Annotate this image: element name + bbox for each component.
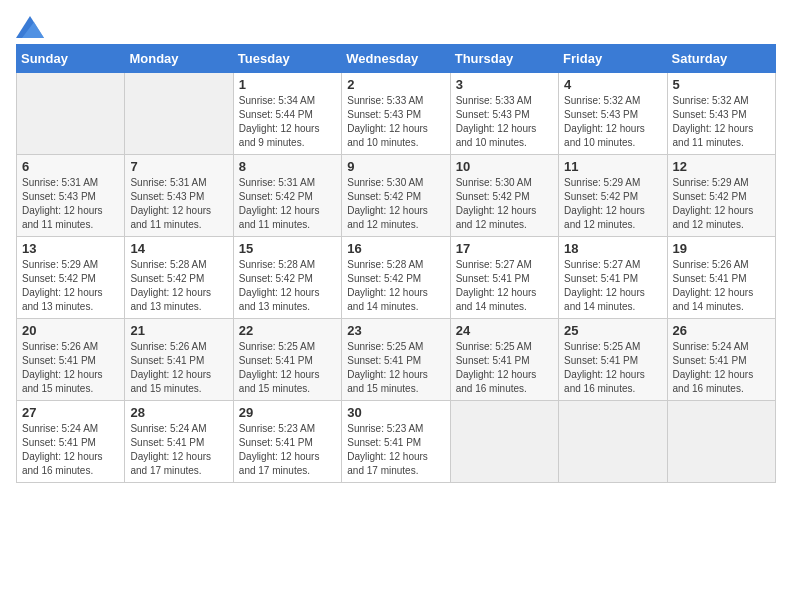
calendar-cell: 13Sunrise: 5:29 AM Sunset: 5:42 PM Dayli… xyxy=(17,237,125,319)
calendar-cell: 5Sunrise: 5:32 AM Sunset: 5:43 PM Daylig… xyxy=(667,73,775,155)
day-number: 5 xyxy=(673,77,770,92)
calendar-cell: 18Sunrise: 5:27 AM Sunset: 5:41 PM Dayli… xyxy=(559,237,667,319)
col-header-friday: Friday xyxy=(559,45,667,73)
day-number: 18 xyxy=(564,241,661,256)
calendar-cell: 3Sunrise: 5:33 AM Sunset: 5:43 PM Daylig… xyxy=(450,73,558,155)
calendar-cell: 10Sunrise: 5:30 AM Sunset: 5:42 PM Dayli… xyxy=(450,155,558,237)
calendar-cell: 22Sunrise: 5:25 AM Sunset: 5:41 PM Dayli… xyxy=(233,319,341,401)
day-number: 23 xyxy=(347,323,444,338)
calendar-cell: 12Sunrise: 5:29 AM Sunset: 5:42 PM Dayli… xyxy=(667,155,775,237)
calendar-table: SundayMondayTuesdayWednesdayThursdayFrid… xyxy=(16,44,776,483)
col-header-sunday: Sunday xyxy=(17,45,125,73)
header xyxy=(16,16,776,38)
day-info: Sunrise: 5:28 AM Sunset: 5:42 PM Dayligh… xyxy=(239,258,336,314)
calendar-cell: 29Sunrise: 5:23 AM Sunset: 5:41 PM Dayli… xyxy=(233,401,341,483)
day-info: Sunrise: 5:24 AM Sunset: 5:41 PM Dayligh… xyxy=(130,422,227,478)
col-header-monday: Monday xyxy=(125,45,233,73)
day-number: 26 xyxy=(673,323,770,338)
day-info: Sunrise: 5:31 AM Sunset: 5:43 PM Dayligh… xyxy=(130,176,227,232)
calendar-cell xyxy=(559,401,667,483)
calendar-cell: 21Sunrise: 5:26 AM Sunset: 5:41 PM Dayli… xyxy=(125,319,233,401)
day-number: 28 xyxy=(130,405,227,420)
day-number: 27 xyxy=(22,405,119,420)
calendar-cell: 1Sunrise: 5:34 AM Sunset: 5:44 PM Daylig… xyxy=(233,73,341,155)
calendar-cell: 4Sunrise: 5:32 AM Sunset: 5:43 PM Daylig… xyxy=(559,73,667,155)
day-number: 13 xyxy=(22,241,119,256)
day-info: Sunrise: 5:23 AM Sunset: 5:41 PM Dayligh… xyxy=(347,422,444,478)
week-row-3: 13Sunrise: 5:29 AM Sunset: 5:42 PM Dayli… xyxy=(17,237,776,319)
day-number: 25 xyxy=(564,323,661,338)
calendar-cell: 25Sunrise: 5:25 AM Sunset: 5:41 PM Dayli… xyxy=(559,319,667,401)
day-number: 10 xyxy=(456,159,553,174)
day-number: 29 xyxy=(239,405,336,420)
day-info: Sunrise: 5:26 AM Sunset: 5:41 PM Dayligh… xyxy=(22,340,119,396)
day-number: 17 xyxy=(456,241,553,256)
day-info: Sunrise: 5:30 AM Sunset: 5:42 PM Dayligh… xyxy=(456,176,553,232)
calendar-cell: 6Sunrise: 5:31 AM Sunset: 5:43 PM Daylig… xyxy=(17,155,125,237)
day-number: 24 xyxy=(456,323,553,338)
day-info: Sunrise: 5:25 AM Sunset: 5:41 PM Dayligh… xyxy=(564,340,661,396)
day-info: Sunrise: 5:26 AM Sunset: 5:41 PM Dayligh… xyxy=(673,258,770,314)
day-number: 19 xyxy=(673,241,770,256)
day-info: Sunrise: 5:27 AM Sunset: 5:41 PM Dayligh… xyxy=(564,258,661,314)
calendar-cell: 11Sunrise: 5:29 AM Sunset: 5:42 PM Dayli… xyxy=(559,155,667,237)
day-info: Sunrise: 5:29 AM Sunset: 5:42 PM Dayligh… xyxy=(22,258,119,314)
calendar-cell: 27Sunrise: 5:24 AM Sunset: 5:41 PM Dayli… xyxy=(17,401,125,483)
week-row-1: 1Sunrise: 5:34 AM Sunset: 5:44 PM Daylig… xyxy=(17,73,776,155)
calendar-cell: 28Sunrise: 5:24 AM Sunset: 5:41 PM Dayli… xyxy=(125,401,233,483)
calendar-cell: 24Sunrise: 5:25 AM Sunset: 5:41 PM Dayli… xyxy=(450,319,558,401)
day-info: Sunrise: 5:33 AM Sunset: 5:43 PM Dayligh… xyxy=(456,94,553,150)
day-info: Sunrise: 5:32 AM Sunset: 5:43 PM Dayligh… xyxy=(673,94,770,150)
day-info: Sunrise: 5:28 AM Sunset: 5:42 PM Dayligh… xyxy=(130,258,227,314)
calendar-cell: 9Sunrise: 5:30 AM Sunset: 5:42 PM Daylig… xyxy=(342,155,450,237)
calendar-cell xyxy=(450,401,558,483)
day-info: Sunrise: 5:33 AM Sunset: 5:43 PM Dayligh… xyxy=(347,94,444,150)
logo-icon xyxy=(16,16,44,38)
calendar-cell: 16Sunrise: 5:28 AM Sunset: 5:42 PM Dayli… xyxy=(342,237,450,319)
day-number: 20 xyxy=(22,323,119,338)
calendar-cell: 14Sunrise: 5:28 AM Sunset: 5:42 PM Dayli… xyxy=(125,237,233,319)
day-number: 21 xyxy=(130,323,227,338)
day-number: 3 xyxy=(456,77,553,92)
day-info: Sunrise: 5:31 AM Sunset: 5:43 PM Dayligh… xyxy=(22,176,119,232)
calendar-cell: 19Sunrise: 5:26 AM Sunset: 5:41 PM Dayli… xyxy=(667,237,775,319)
week-row-4: 20Sunrise: 5:26 AM Sunset: 5:41 PM Dayli… xyxy=(17,319,776,401)
day-info: Sunrise: 5:26 AM Sunset: 5:41 PM Dayligh… xyxy=(130,340,227,396)
day-number: 16 xyxy=(347,241,444,256)
day-number: 7 xyxy=(130,159,227,174)
day-number: 11 xyxy=(564,159,661,174)
col-header-thursday: Thursday xyxy=(450,45,558,73)
day-info: Sunrise: 5:23 AM Sunset: 5:41 PM Dayligh… xyxy=(239,422,336,478)
day-number: 15 xyxy=(239,241,336,256)
week-row-2: 6Sunrise: 5:31 AM Sunset: 5:43 PM Daylig… xyxy=(17,155,776,237)
day-info: Sunrise: 5:34 AM Sunset: 5:44 PM Dayligh… xyxy=(239,94,336,150)
day-number: 22 xyxy=(239,323,336,338)
calendar-cell: 8Sunrise: 5:31 AM Sunset: 5:42 PM Daylig… xyxy=(233,155,341,237)
day-info: Sunrise: 5:25 AM Sunset: 5:41 PM Dayligh… xyxy=(456,340,553,396)
day-number: 2 xyxy=(347,77,444,92)
week-row-5: 27Sunrise: 5:24 AM Sunset: 5:41 PM Dayli… xyxy=(17,401,776,483)
day-info: Sunrise: 5:29 AM Sunset: 5:42 PM Dayligh… xyxy=(564,176,661,232)
calendar-cell xyxy=(125,73,233,155)
col-header-tuesday: Tuesday xyxy=(233,45,341,73)
logo xyxy=(16,16,48,38)
day-info: Sunrise: 5:28 AM Sunset: 5:42 PM Dayligh… xyxy=(347,258,444,314)
day-info: Sunrise: 5:30 AM Sunset: 5:42 PM Dayligh… xyxy=(347,176,444,232)
day-info: Sunrise: 5:32 AM Sunset: 5:43 PM Dayligh… xyxy=(564,94,661,150)
day-number: 12 xyxy=(673,159,770,174)
col-header-saturday: Saturday xyxy=(667,45,775,73)
day-number: 8 xyxy=(239,159,336,174)
day-info: Sunrise: 5:24 AM Sunset: 5:41 PM Dayligh… xyxy=(673,340,770,396)
day-info: Sunrise: 5:31 AM Sunset: 5:42 PM Dayligh… xyxy=(239,176,336,232)
day-number: 14 xyxy=(130,241,227,256)
calendar-cell: 17Sunrise: 5:27 AM Sunset: 5:41 PM Dayli… xyxy=(450,237,558,319)
calendar-cell: 2Sunrise: 5:33 AM Sunset: 5:43 PM Daylig… xyxy=(342,73,450,155)
calendar-cell: 7Sunrise: 5:31 AM Sunset: 5:43 PM Daylig… xyxy=(125,155,233,237)
day-number: 30 xyxy=(347,405,444,420)
calendar-cell xyxy=(17,73,125,155)
day-info: Sunrise: 5:25 AM Sunset: 5:41 PM Dayligh… xyxy=(347,340,444,396)
day-info: Sunrise: 5:29 AM Sunset: 5:42 PM Dayligh… xyxy=(673,176,770,232)
day-number: 6 xyxy=(22,159,119,174)
day-number: 4 xyxy=(564,77,661,92)
col-header-wednesday: Wednesday xyxy=(342,45,450,73)
